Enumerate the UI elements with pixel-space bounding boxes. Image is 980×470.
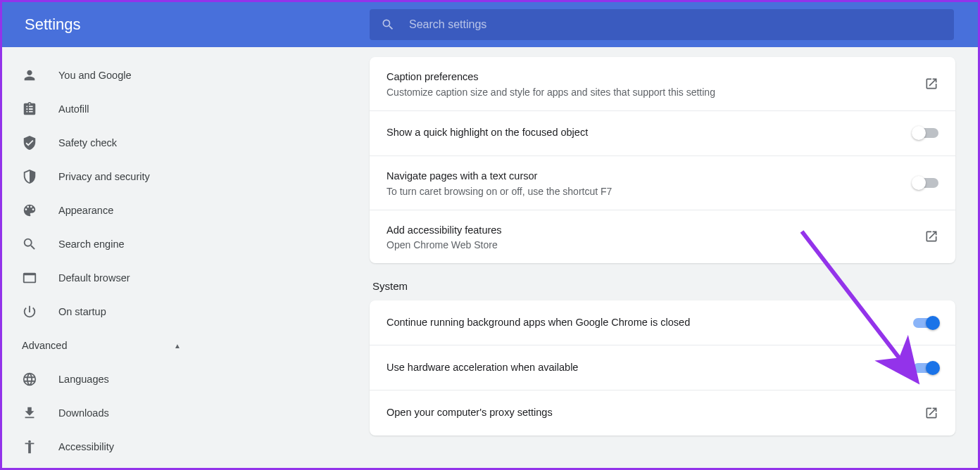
- search-input[interactable]: [409, 18, 943, 31]
- sidebar-item-label: Default browser: [58, 272, 130, 284]
- sidebar-item-label: Languages: [58, 374, 109, 385]
- sidebar-item-you-and-google[interactable]: You and Google: [2, 58, 206, 92]
- chevron-up-icon: ▲: [174, 342, 181, 350]
- toggle-switch[interactable]: [913, 363, 938, 373]
- toggle-switch[interactable]: [913, 318, 938, 328]
- sidebar-item-privacy-and-security[interactable]: Privacy and security: [2, 160, 206, 193]
- row-subtitle: To turn caret browsing on or off, use th…: [387, 186, 902, 197]
- row-text: Add accessibility featuresOpen Chrome We…: [387, 223, 913, 251]
- row-text: Open your computer's proxy settings: [387, 405, 913, 421]
- sidebar-item-appearance[interactable]: Appearance: [2, 193, 206, 227]
- browser-icon: [22, 270, 37, 286]
- advanced-label: Advanced: [22, 340, 68, 351]
- sidebar-item-on-startup[interactable]: On startup: [2, 295, 206, 329]
- page-title: Settings: [25, 15, 370, 34]
- settings-row[interactable]: Caption preferencesCustomize caption siz…: [370, 57, 955, 111]
- svg-point-0: [28, 440, 31, 443]
- power-icon: [22, 304, 37, 319]
- settings-row: Continue running background apps when Go…: [370, 300, 955, 345]
- toggle-switch[interactable]: [913, 128, 938, 138]
- row-text: Navigate pages with a text cursorTo turn…: [387, 169, 902, 197]
- row-text: Use hardware acceleration when available: [387, 360, 902, 376]
- row-subtitle: Customize caption size and style for app…: [387, 87, 913, 98]
- sidebar-item-search-engine[interactable]: Search engine: [2, 227, 206, 261]
- sidebar-item-autofill[interactable]: Autofill: [2, 92, 206, 126]
- sidebar-item-label: You and Google: [58, 70, 131, 81]
- download-icon: [22, 405, 37, 421]
- settings-row: Use hardware acceleration when available: [370, 345, 955, 390]
- row-title: Add accessibility features: [387, 223, 913, 239]
- assignment-icon: [22, 101, 37, 117]
- sidebar-item-safety-check[interactable]: Safety check: [2, 126, 206, 160]
- sidebar-item-label: Privacy and security: [58, 171, 150, 182]
- row-text: Caption preferencesCustomize caption siz…: [387, 70, 913, 98]
- settings-row[interactable]: Add accessibility featuresOpen Chrome We…: [370, 210, 955, 264]
- sidebar-item-label: Safety check: [58, 137, 117, 148]
- section-title-system: System: [370, 280, 955, 300]
- settings-row: Show a quick highlight on the focused ob…: [370, 111, 955, 156]
- header: Settings: [2, 2, 978, 47]
- person-icon: [22, 68, 37, 83]
- globe-icon: [22, 371, 37, 387]
- accessibility-icon: [22, 439, 37, 455]
- launch-icon[interactable]: [924, 406, 938, 420]
- row-title: Navigate pages with a text cursor: [387, 169, 902, 184]
- sidebar-item-languages[interactable]: Languages: [2, 362, 206, 396]
- launch-icon[interactable]: [924, 77, 938, 91]
- sidebar-item-accessibility[interactable]: Accessibility: [2, 430, 206, 464]
- main-content: Caption preferencesCustomize caption siz…: [206, 47, 978, 468]
- row-title: Continue running background apps when Go…: [387, 315, 902, 331]
- accessibility-card: Caption preferencesCustomize caption siz…: [370, 57, 955, 263]
- system-card: Continue running background apps when Go…: [370, 300, 955, 436]
- settings-row: Navigate pages with a text cursorTo turn…: [370, 156, 955, 210]
- search-icon: [381, 18, 395, 32]
- row-subtitle: Open Chrome Web Store: [387, 239, 913, 250]
- sidebar-item-downloads[interactable]: Downloads: [2, 396, 206, 430]
- toggle-switch[interactable]: [913, 178, 938, 188]
- row-title: Caption preferences: [387, 70, 913, 85]
- row-title: Use hardware acceleration when available: [387, 360, 902, 376]
- sidebar-item-label: Autofill: [58, 103, 89, 115]
- sidebar-item-label: Accessibility: [58, 441, 114, 452]
- sidebar-item-label: Search engine: [58, 239, 125, 250]
- row-text: Show a quick highlight on the focused ob…: [387, 125, 902, 141]
- palette-icon: [22, 203, 37, 218]
- search-icon: [22, 236, 37, 252]
- sidebar-item-default-browser[interactable]: Default browser: [2, 261, 206, 295]
- sidebar-section-advanced[interactable]: Advanced ▲: [2, 329, 206, 362]
- shield-check-icon: [22, 135, 37, 151]
- launch-icon[interactable]: [924, 229, 938, 243]
- sidebar-item-label: Appearance: [58, 205, 113, 216]
- row-text: Continue running background apps when Go…: [387, 315, 902, 331]
- shield-icon: [22, 169, 37, 184]
- row-title: Open your computer's proxy settings: [387, 405, 913, 421]
- sidebar-item-label: Downloads: [58, 407, 109, 419]
- sidebar: You and GoogleAutofillSafety checkPrivac…: [2, 47, 206, 468]
- row-title: Show a quick highlight on the focused ob…: [387, 125, 902, 141]
- sidebar-item-label: On startup: [58, 306, 106, 317]
- search-container[interactable]: [370, 9, 954, 40]
- settings-row[interactable]: Open your computer's proxy settings: [370, 390, 955, 436]
